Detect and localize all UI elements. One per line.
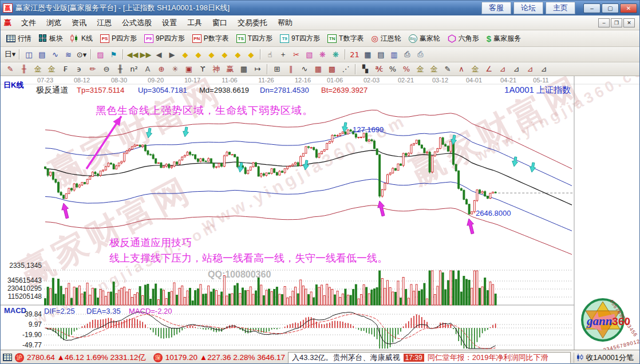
export-icon[interactable]: ⎙ xyxy=(401,49,414,60)
spiral-icon[interactable]: ϶ xyxy=(72,64,86,74)
menu-文件[interactable]: 文件 xyxy=(16,16,41,30)
toolbar-item-K线[interactable]: K线 xyxy=(68,33,97,45)
wave9-icon[interactable]: ≋ xyxy=(62,49,75,60)
scissors-icon[interactable]: ✂ xyxy=(290,49,303,60)
angle-j-icon[interactable]: ∠ xyxy=(482,64,496,74)
percent-range-icon[interactable]: ℀ xyxy=(372,64,386,74)
zoom-selector[interactable]: ⊙▾ xyxy=(75,49,88,60)
win-tool-icon[interactable]: 赢 xyxy=(223,64,237,74)
gann-fan-icon[interactable]: ✳ xyxy=(168,64,182,74)
gann-diamond-left-icon[interactable]: ◆ xyxy=(179,49,192,60)
minimize-button[interactable]: – xyxy=(583,3,601,13)
shade-grid-icon[interactable]: ▩ xyxy=(325,64,339,74)
window-icon[interactable]: ◫ xyxy=(22,49,35,60)
list-icon[interactable]: ▤ xyxy=(35,49,49,60)
last-bar-icon[interactable]: ▶▶ xyxy=(139,49,152,60)
toolbar-item-9T四方形[interactable]: T99T四方形 xyxy=(278,33,324,45)
mark-pen-icon[interactable]: ✎ xyxy=(441,64,455,74)
hand-icon[interactable]: ☝ xyxy=(263,49,276,60)
news-ticker[interactable]: 入43.32亿。贵州茅台、海康威视 17:39 同仁堂年报：2019年净利润同比… xyxy=(288,352,571,363)
gann-diamond-star-icon[interactable]: ◆ xyxy=(231,49,244,60)
next-bar-icon[interactable]: ▶ xyxy=(165,49,179,60)
peak-icon[interactable]: ∧ xyxy=(455,64,468,74)
flag-icon[interactable]: ⚑ xyxy=(107,49,120,60)
tool-pattern-icon[interactable]: ▧ xyxy=(303,49,316,60)
fibo-icon[interactable]: ₣ xyxy=(58,64,72,74)
toolbar-item-行情[interactable]: 行情 xyxy=(4,33,35,45)
quote-grid-icon[interactable] xyxy=(3,354,12,361)
toolbar-item-9P四方形[interactable]: P99P四方形 xyxy=(142,33,189,45)
angle-win-icon[interactable]: ⊿ xyxy=(537,64,551,74)
gold-angle-icon[interactable]: 金 xyxy=(468,64,482,74)
toolbar-item-赢家服务[interactable]: $赢家服务 xyxy=(484,33,525,45)
child-close-button[interactable]: ✕ xyxy=(623,18,635,27)
toolbar-item-T数字表[interactable]: TNT数字表 xyxy=(325,33,368,45)
pencil-icon[interactable]: ✏ xyxy=(86,64,100,74)
wave3-icon[interactable]: ∿ xyxy=(49,49,62,60)
menu-公式选股[interactable]: 公式选股 xyxy=(117,16,157,30)
calculator-icon[interactable]: ▦ xyxy=(361,49,374,60)
menu-资讯[interactable]: 资讯 xyxy=(66,16,92,30)
titlebar-button-home[interactable]: 主页 xyxy=(546,2,575,14)
toolbar-item-赢家轮[interactable]: Big赢家轮 xyxy=(406,33,444,45)
toolbar-item-P四方形[interactable]: PSP四方形 xyxy=(98,33,141,45)
titlebar-button-service[interactable]: 客服 xyxy=(481,2,511,14)
wave-tool-icon[interactable]: ∿ xyxy=(298,64,311,74)
percent-icon[interactable]: % xyxy=(386,64,400,74)
fork-icon[interactable]: ϒ xyxy=(196,64,210,74)
draw-pen-icon[interactable]: ✎ xyxy=(3,64,17,74)
stat-icon[interactable]: ▚ xyxy=(358,64,372,74)
gold-line-icon[interactable]: 金 xyxy=(427,64,441,74)
gann-diamond-both-icon[interactable]: ◆ xyxy=(205,49,218,60)
prev-bar-icon[interactable]: ◀ xyxy=(152,49,165,60)
menu-浏览[interactable]: 浏览 xyxy=(41,16,66,30)
flower-teal-icon[interactable]: ❋ xyxy=(329,49,342,60)
crosshair-icon[interactable]: ＋ xyxy=(276,49,290,60)
toolbar-item-江恩轮[interactable]: ◎江恩轮 xyxy=(369,33,405,45)
shen-tool-icon[interactable]: 神 xyxy=(210,64,223,74)
tick-data-button[interactable]: 收1A0001分笔 xyxy=(574,353,637,363)
menu-窗口[interactable]: 窗口 xyxy=(207,16,232,30)
grid-123-icon[interactable]: ▦ xyxy=(237,64,251,74)
menu-设置[interactable]: 设置 xyxy=(157,16,182,30)
menu-工具[interactable]: 工具 xyxy=(182,16,207,30)
first-bar-icon[interactable]: ◀◀ xyxy=(126,49,139,60)
gann-diamond-cross-icon[interactable]: ◆ xyxy=(218,49,231,60)
extend-icon[interactable]: ↦ xyxy=(251,64,264,74)
child-restore-button[interactable]: ❐ xyxy=(611,18,622,27)
toolbar-item-板块[interactable]: 板块 xyxy=(37,33,67,45)
cycle-icon[interactable]: ⊖ xyxy=(100,64,113,74)
ray-fan-icon[interactable]: ∥ xyxy=(284,64,298,74)
box-tool-icon[interactable]: ⊞ xyxy=(270,64,284,74)
parallel-icon[interactable]: ⋰ xyxy=(339,64,353,74)
child-minimize-button[interactable]: – xyxy=(598,18,610,27)
menu-交易委托[interactable]: 交易委托 xyxy=(232,16,272,30)
scale-icon[interactable]: ╫ xyxy=(113,64,127,74)
gold-section-icon[interactable]: 金 xyxy=(45,64,58,74)
print-icon[interactable]: ⎙ xyxy=(414,49,427,60)
percent-line-icon[interactable]: % xyxy=(400,64,413,74)
text-icon[interactable]: A xyxy=(141,64,155,74)
calendar-icon[interactable]: 21 xyxy=(348,49,361,60)
menu-帮助[interactable]: 帮助 xyxy=(272,16,298,30)
pattern-icon[interactable]: ▨ xyxy=(94,49,107,60)
gann-grid-icon[interactable]: ╫ xyxy=(17,64,31,74)
angle-gold-icon[interactable]: ⊿ xyxy=(509,64,523,74)
titlebar-button-forum[interactable]: 论坛 xyxy=(513,2,543,14)
period-selector[interactable]: 日▾ xyxy=(3,49,17,60)
restore-button[interactable]: ▢ xyxy=(602,3,619,13)
menu-江恩[interactable]: 江恩 xyxy=(92,16,117,30)
toolbar-item-六角形[interactable]: 六角形 xyxy=(445,33,483,45)
close-button[interactable]: ✕ xyxy=(620,3,637,13)
gann-diamond-right-icon[interactable]: ◆ xyxy=(192,49,205,60)
notes-icon[interactable]: ▤ xyxy=(374,49,388,60)
angle-f-icon[interactable]: ⊿ xyxy=(496,64,509,74)
gann-diamond-target-icon[interactable]: ◆ xyxy=(244,49,258,60)
toolbar-item-P数字表[interactable]: PNP数字表 xyxy=(190,33,233,45)
angle-grid-icon[interactable]: ▦ xyxy=(311,64,325,74)
angle-shen-icon[interactable]: ⊿ xyxy=(523,64,537,74)
save-icon[interactable]: ▥ xyxy=(388,49,401,60)
gold-circle-icon[interactable]: 金 xyxy=(413,64,427,74)
chart-area[interactable]: 赢家财富网www.yingjia360.com赢家财富网赢家财富网www.yin… xyxy=(1,76,639,350)
toolbar-item-T四方形[interactable]: TST四方形 xyxy=(234,33,276,45)
